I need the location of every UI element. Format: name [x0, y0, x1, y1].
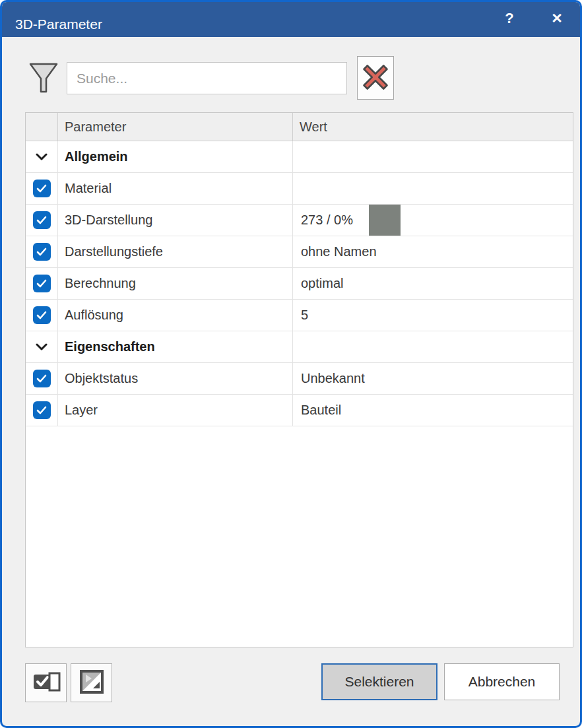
- row-value: [293, 173, 573, 204]
- cancel-button[interactable]: Abbrechen: [444, 663, 560, 700]
- select-button-label: Selektieren: [344, 674, 414, 690]
- cancel-button-label: Abbrechen: [469, 674, 536, 690]
- question-icon: ?: [505, 10, 513, 27]
- search-input[interactable]: [67, 62, 347, 94]
- header-cell-wert: Wert: [293, 113, 573, 141]
- chevron-down-icon: [36, 151, 48, 163]
- checkbox-toggle-icon: [31, 667, 61, 699]
- row-label: Objektstatus: [58, 363, 293, 394]
- row-value: Bauteil: [293, 395, 573, 426]
- row-label: Material: [58, 173, 293, 204]
- group-value: [293, 331, 573, 362]
- header-cell-empty: [26, 113, 58, 141]
- filter-funnel-icon: [28, 61, 59, 97]
- invert-selection-icon: [79, 669, 105, 697]
- row-value: Unbekannt: [293, 363, 573, 394]
- table-header: Parameter Wert: [26, 113, 573, 141]
- dialog-window: 3D-Parameter ? ✕ Parameter Wert: [0, 0, 582, 728]
- row-value: 273 / 0%: [293, 205, 573, 236]
- red-x-clear-icon: [362, 63, 389, 93]
- group-row-eigenschaften[interactable]: Eigenschaften: [26, 331, 573, 363]
- window-title: 3D-Parameter: [15, 17, 102, 32]
- row-value: ohne Namen: [293, 236, 573, 267]
- row-layer[interactable]: Layer Bauteil: [26, 395, 573, 426]
- group-label: Eigenschaften: [58, 331, 293, 362]
- color-swatch[interactable]: [369, 205, 401, 236]
- header-cell-parameter: Parameter: [58, 113, 293, 141]
- toggle-all-checkboxes-button[interactable]: [25, 663, 67, 702]
- row-value-text: 273 / 0%: [301, 213, 353, 228]
- close-button[interactable]: ✕: [544, 7, 570, 30]
- row-label: Auflösung: [58, 300, 293, 331]
- chevron-down-icon: [36, 341, 48, 353]
- collapse-toggle[interactable]: [26, 141, 58, 172]
- select-button[interactable]: Selektieren: [321, 663, 437, 700]
- row-checkbox[interactable]: [33, 243, 51, 261]
- row-checkbox[interactable]: [33, 306, 51, 324]
- titlebar[interactable]: 3D-Parameter ? ✕: [2, 2, 580, 37]
- row-material[interactable]: Material: [26, 173, 573, 205]
- collapse-toggle[interactable]: [26, 331, 58, 362]
- row-label: Darstellungstiefe: [58, 236, 293, 267]
- group-row-allgemein[interactable]: Allgemein: [26, 141, 573, 173]
- row-checkbox[interactable]: [33, 180, 51, 197]
- row-label: Berechnung: [58, 268, 293, 299]
- row-checkbox[interactable]: [33, 370, 51, 387]
- parameter-table: Parameter Wert Allgemein Material: [25, 112, 573, 647]
- row-value: optimal: [293, 268, 573, 299]
- close-icon: ✕: [551, 11, 563, 26]
- row-value: 5: [293, 300, 573, 331]
- group-value: [293, 141, 573, 172]
- row-aufloesung[interactable]: Auflösung 5: [26, 300, 573, 331]
- row-label: 3D-Darstellung: [58, 205, 293, 236]
- invert-selection-button[interactable]: [71, 663, 112, 702]
- row-3d-darstellung[interactable]: 3D-Darstellung 273 / 0%: [26, 205, 573, 236]
- row-darstellungstiefe[interactable]: Darstellungstiefe ohne Namen: [26, 236, 573, 268]
- row-checkbox[interactable]: [33, 401, 51, 419]
- row-label: Layer: [58, 395, 293, 426]
- row-checkbox[interactable]: [33, 275, 51, 292]
- group-label: Allgemein: [58, 141, 293, 172]
- clear-search-button[interactable]: [357, 56, 394, 100]
- row-berechnung[interactable]: Berechnung optimal: [26, 268, 573, 300]
- row-checkbox[interactable]: [33, 211, 51, 229]
- help-button[interactable]: ?: [496, 7, 523, 30]
- row-objektstatus[interactable]: Objektstatus Unbekannt: [26, 363, 573, 395]
